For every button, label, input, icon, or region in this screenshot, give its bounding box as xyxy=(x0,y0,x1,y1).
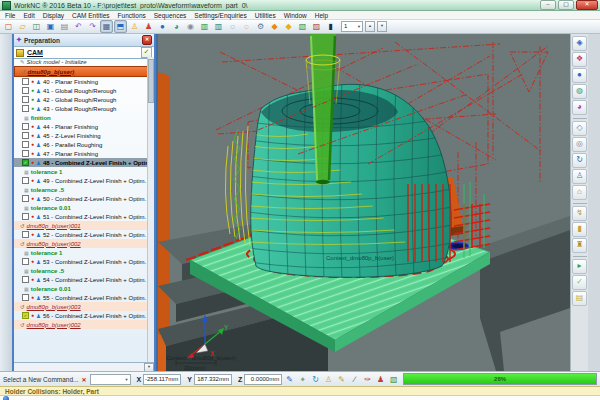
tree-item[interactable]: ▦tolearnce .5 xyxy=(14,266,148,275)
checkbox-icon[interactable]: ✓ xyxy=(22,312,29,319)
coord-z-field[interactable]: 0.0000mm xyxy=(244,374,282,385)
checkbox-icon[interactable] xyxy=(22,96,29,103)
view-plane-icon[interactable]: ◇ xyxy=(572,121,587,136)
coord-x-field[interactable]: -258.117mm xyxy=(143,374,181,385)
view-multi-icon[interactable]: ◕ xyxy=(572,100,587,115)
undo-icon[interactable]: ↶ xyxy=(72,20,85,33)
tree-item-50[interactable]: ●♟50 - Combined Z-Level Finish + Optim. xyxy=(14,194,148,203)
tree-item-48[interactable]: ✓●♟48 - Combined Z-Level Finish + Optim. xyxy=(14,158,148,167)
menu-window[interactable]: Window xyxy=(284,12,307,19)
tree-item-49[interactable]: ●♟49 - Combined Z-Level Finish + Optim. xyxy=(14,176,148,185)
checkbox-icon[interactable] xyxy=(22,87,29,94)
panel-close-button[interactable]: ✕ xyxy=(142,35,152,45)
view-dynamic-icon[interactable]: ❖ xyxy=(572,52,587,67)
view-home-icon[interactable]: ⌂ xyxy=(572,185,587,200)
tree-item[interactable]: ▦tolerance 1 xyxy=(14,167,148,176)
checkbox-icon[interactable] xyxy=(22,105,29,112)
tree-item-45[interactable]: ●♟45 - Z-Level Finishing xyxy=(14,131,148,140)
person-red-icon[interactable]: ♟ xyxy=(375,374,386,385)
run-person-icon[interactable]: ♟ xyxy=(142,20,155,33)
tree-item-41[interactable]: ●♟41 - Global Rough/Rerough xyxy=(14,86,148,95)
erase-red-icon[interactable]: ▨ xyxy=(310,20,323,33)
tree-item[interactable]: ↺dmu80p_b(user)001 xyxy=(14,221,148,230)
measure-target-icon[interactable]: ⌖ xyxy=(297,374,308,385)
checkbox-icon[interactable] xyxy=(22,123,29,130)
tree-item-51[interactable]: ●♟51 - Combined Z-Level Finish + Optim. xyxy=(14,212,148,221)
command-combo[interactable]: ▼ xyxy=(90,374,131,385)
checkbox-icon[interactable] xyxy=(22,195,29,202)
menu-functions[interactable]: Functions xyxy=(118,12,146,19)
sim-check-icon[interactable]: ✓ xyxy=(572,275,587,290)
open-folder-icon[interactable]: ▱ xyxy=(16,20,29,33)
view-rotate-icon[interactable]: ↻ xyxy=(572,153,587,168)
walk-person-icon[interactable]: ♙ xyxy=(128,20,141,33)
checkbox-icon[interactable] xyxy=(22,231,29,238)
sim-play-icon[interactable]: ▸ xyxy=(572,259,587,274)
tree-item-55[interactable]: ●♟55 - Combined Z-Level Finish + Optim. xyxy=(14,293,148,302)
slash-annotate-icon[interactable]: ∕ xyxy=(349,374,360,385)
chart-green-icon[interactable]: ▧ xyxy=(296,20,309,33)
checkbox-icon[interactable] xyxy=(22,177,29,184)
menu-edit[interactable]: Edit xyxy=(23,12,34,19)
view-sphere-icon[interactable]: ● xyxy=(572,68,587,83)
scroll-thumb[interactable] xyxy=(148,59,154,103)
tree-item-56[interactable]: ✓●♟56 - Combined Z-Level Finish + Optim. xyxy=(14,311,148,320)
checkbox-icon[interactable] xyxy=(22,294,29,301)
tree-item[interactable]: ▦tolearnce .5 xyxy=(14,185,148,194)
tree-item[interactable]: ↺dmu80p_b(user) xyxy=(14,66,148,77)
tool-holder-icon[interactable]: ▮ xyxy=(572,222,587,237)
menu-file[interactable]: File xyxy=(5,12,15,19)
tree-item[interactable]: ▦tolerance 0.01 xyxy=(14,203,148,212)
diamond-yellow-icon[interactable]: ◆ xyxy=(282,20,295,33)
zoom-search-red-icon[interactable]: ◌ xyxy=(240,20,253,33)
menu-utilities[interactable]: Utilities xyxy=(255,12,276,19)
sketch-pen-icon[interactable]: ✎ xyxy=(284,374,295,385)
tree-item-46[interactable]: ●♟46 - Parallel Roughing xyxy=(14,140,148,149)
sphere-view-icon[interactable]: ● xyxy=(156,20,169,33)
tree-item-44[interactable]: ●♟44 - Planar Finishing xyxy=(14,122,148,131)
tree-item-54[interactable]: ●♟54 - Combined Z-Level Finish + Optim. xyxy=(14,275,148,284)
tool-simulate-icon[interactable]: ♜ xyxy=(572,238,587,253)
compass-icon[interactable]: ⚙ xyxy=(254,20,267,33)
tree-item[interactable]: ↺dmu80p_b(user)003 xyxy=(14,302,148,311)
notebook-teal-icon[interactable]: ▥ xyxy=(212,20,225,33)
view-walk-icon[interactable]: ♙ xyxy=(572,169,587,184)
notebook-green-icon[interactable]: ▥ xyxy=(198,20,211,33)
view-shaded-icon[interactable]: ◍ xyxy=(572,84,587,99)
checkbox-icon[interactable]: ✓ xyxy=(22,159,29,166)
tree-item-43[interactable]: ●♟43 - Global Rough/Rerough xyxy=(14,104,148,113)
person-yellow-icon[interactable]: ♙ xyxy=(323,374,334,385)
tree-item[interactable]: ↺dmu80p_b(user)002 xyxy=(14,320,148,329)
checkbox-icon[interactable] xyxy=(22,276,29,283)
machine-status-icon[interactable]: ▧ xyxy=(388,374,399,385)
save-icon[interactable]: ▣ xyxy=(44,20,57,33)
menu-sequences[interactable]: Sequences xyxy=(154,12,187,19)
checkbox-icon[interactable] xyxy=(22,258,29,265)
coord-y-field[interactable]: 187.332mm xyxy=(194,374,232,385)
checkbox-icon[interactable] xyxy=(22,141,29,148)
tree-item-52[interactable]: ●♟52 - Combined Z-Level Finish + Optim. xyxy=(14,230,148,239)
tree-item-40[interactable]: ●♟40 - Planar Finishing xyxy=(14,77,148,86)
checkbox-icon[interactable] xyxy=(22,132,29,139)
print-icon[interactable]: ▤ xyxy=(58,20,71,33)
maximize-button[interactable]: ▢ xyxy=(558,0,574,10)
tool-axis-icon[interactable]: ↯ xyxy=(572,206,587,221)
tree-item-53[interactable]: ●♟53 - Combined Z-Level Finish + Optim. xyxy=(14,257,148,266)
checkbox-icon[interactable] xyxy=(22,213,29,220)
menu-display[interactable]: Display xyxy=(43,12,64,19)
monitor-view-icon[interactable]: ⬒ xyxy=(114,20,127,33)
grid-view-icon[interactable]: ▦ xyxy=(100,20,113,33)
tree-item-42[interactable]: ●♟42 - Global Rough/Rerough xyxy=(14,95,148,104)
import-model-icon[interactable]: ◫ xyxy=(30,20,43,33)
minimize-button[interactable]: – xyxy=(540,0,556,10)
tree-item[interactable]: ▦finition xyxy=(14,113,148,122)
zoom-search-icon[interactable]: ◌ xyxy=(226,20,239,33)
tree-vertical-scrollbar[interactable] xyxy=(147,57,154,363)
spin-up-button[interactable]: ▲ xyxy=(365,21,375,32)
menu-help[interactable]: Help xyxy=(315,12,328,19)
tree-item[interactable]: ▦tolerance 1 xyxy=(14,248,148,257)
redo-icon[interactable]: ↷ xyxy=(86,20,99,33)
tree-item[interactable]: ▦tolerance 0.01 xyxy=(14,284,148,293)
view-iso-icon[interactable]: ◈ xyxy=(572,36,587,51)
menu-settings-enquiries[interactable]: Settings/Enquiries xyxy=(194,12,246,19)
